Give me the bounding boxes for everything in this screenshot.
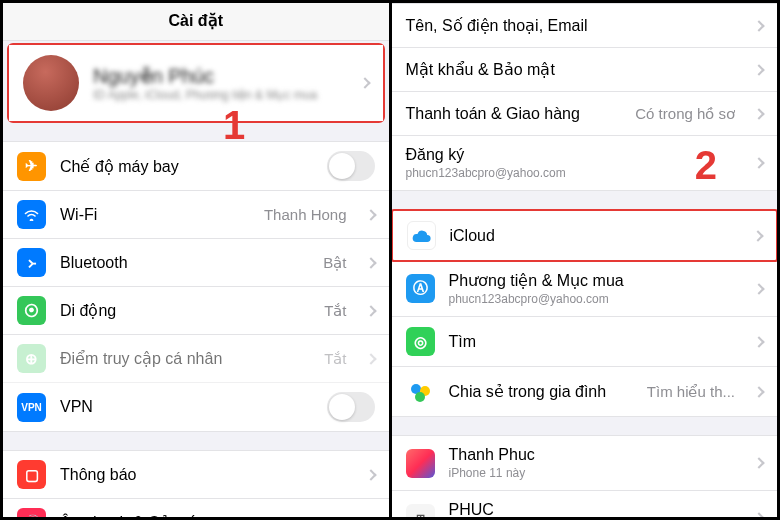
apple-id-row[interactable]: Nguyễn Phúc ID Apple, iCloud, Phương tiệ… xyxy=(9,45,383,121)
profile-name: Nguyễn Phúc xyxy=(93,64,341,88)
devices-group: Thanh Phuc iPhone 11 này ⊞ PHUC Windows … xyxy=(392,435,778,517)
row-label: Di động xyxy=(60,301,310,320)
payment-shipping-row[interactable]: Thanh toán & Giao hàng Có trong hồ sơ xyxy=(392,92,778,136)
row-label: Phương tiện & Mục mua xyxy=(449,271,736,290)
chevron-right-icon xyxy=(753,283,764,294)
apple-id-pane-right: 2 Tên, Số điện thoại, Email Mật khẩu & B… xyxy=(392,3,778,517)
row-sub: iPhone 11 này xyxy=(449,466,736,480)
tutorial-frame: Cài đặt Nguyễn Phúc ID Apple, iCloud, Ph… xyxy=(0,0,780,520)
airplane-icon: ✈ xyxy=(17,152,46,181)
step-number-1: 1 xyxy=(223,103,245,148)
profile-text: Nguyễn Phúc ID Apple, iCloud, Phương tiệ… xyxy=(93,64,341,102)
row-sub: phucn123abcpro@yahoo.com xyxy=(406,166,736,180)
row-label: Tên, Số điện thoại, Email xyxy=(406,16,736,35)
chevron-right-icon xyxy=(753,386,764,397)
profile-sub: ID Apple, iCloud, Phương tiện & Mục mua xyxy=(93,88,341,102)
media-purchases-row[interactable]: Ⓐ Phương tiện & Mục mua phucn123abcpro@y… xyxy=(392,261,778,317)
chevron-right-icon xyxy=(752,230,763,241)
vpn-row[interactable]: VPN VPN xyxy=(3,383,389,431)
chevron-right-icon xyxy=(753,512,764,517)
notifications-row[interactable]: ▢ Thông báo xyxy=(3,451,389,499)
family-icon xyxy=(406,377,435,406)
chevron-right-icon xyxy=(365,209,376,220)
row-label: Thanh toán & Giao hàng xyxy=(406,105,622,123)
chevron-right-icon xyxy=(753,157,764,168)
row-label: VPN xyxy=(60,398,313,416)
row-label: Điểm truy cập cá nhân xyxy=(60,349,310,368)
name-phone-email-row[interactable]: Tên, Số điện thoại, Email xyxy=(392,4,778,48)
page-title: Cài đặt xyxy=(3,3,389,41)
antenna-icon: ⦿ xyxy=(17,296,46,325)
highlight-box-1: Nguyễn Phúc ID Apple, iCloud, Phương tiệ… xyxy=(7,43,385,123)
subscriptions-row[interactable]: Đăng ký phucn123abcpro@yahoo.com xyxy=(392,136,778,190)
row-value: Thanh Hong xyxy=(264,206,347,223)
row-value: Có trong hồ sơ xyxy=(635,105,735,123)
chevron-right-icon xyxy=(359,77,370,88)
services-group: iCloud Ⓐ Phương tiện & Mục mua phucn123a… xyxy=(392,209,778,417)
find-my-row[interactable]: ◎ Tìm xyxy=(392,317,778,367)
row-label: Đăng ký xyxy=(406,146,736,164)
settings-group-system: ▢ Thông báo 🔊 Âm thanh & Cảm ứng ☾ Không… xyxy=(3,450,389,517)
chevron-right-icon xyxy=(365,353,376,364)
chevron-right-icon xyxy=(753,20,764,31)
speaker-icon: 🔊 xyxy=(17,508,46,517)
row-label: Thông báo xyxy=(60,466,347,484)
row-value: Tìm hiểu th... xyxy=(647,383,735,401)
password-security-row[interactable]: Mật khẩu & Bảo mật xyxy=(392,48,778,92)
row-label: iCloud xyxy=(450,227,735,245)
row-sub: phucn123abcpro@yahoo.com xyxy=(449,292,736,306)
hotspot-icon: ⊕ xyxy=(17,344,46,373)
row-label: Wi-Fi xyxy=(60,206,250,224)
row-value: Tắt xyxy=(324,302,346,320)
row-label: Mật khẩu & Bảo mật xyxy=(406,60,736,79)
icloud-row[interactable]: iCloud xyxy=(392,209,778,262)
settings-pane-left: Cài đặt Nguyễn Phúc ID Apple, iCloud, Ph… xyxy=(3,3,392,517)
chevron-right-icon xyxy=(753,457,764,468)
chevron-right-icon xyxy=(753,64,764,75)
avatar xyxy=(23,55,79,111)
family-sharing-row[interactable]: Chia sẻ trong gia đình Tìm hiểu th... xyxy=(392,367,778,416)
chevron-right-icon xyxy=(753,108,764,119)
airplane-mode-row[interactable]: ✈ Chế độ máy bay xyxy=(3,142,389,191)
vpn-icon: VPN xyxy=(17,393,46,422)
row-label: Thanh Phuc xyxy=(449,446,736,464)
row-label: PHUC xyxy=(449,501,736,517)
row-label: Tìm xyxy=(449,333,736,351)
chevron-right-icon xyxy=(365,469,376,480)
chevron-right-icon xyxy=(365,257,376,268)
iphone-icon xyxy=(406,449,435,478)
findmy-icon: ◎ xyxy=(406,327,435,356)
chevron-right-icon xyxy=(365,305,376,316)
step-number-2: 2 xyxy=(695,143,717,188)
bluetooth-icon: ᚛ xyxy=(17,248,46,277)
sounds-row[interactable]: 🔊 Âm thanh & Cảm ứng xyxy=(3,499,389,517)
windows-icon: ⊞ xyxy=(406,504,435,518)
wifi-icon xyxy=(17,200,46,229)
bluetooth-row[interactable]: ᚛ Bluetooth Bật xyxy=(3,239,389,287)
appstore-icon: Ⓐ xyxy=(406,274,435,303)
row-label: Chia sẻ trong gia đình xyxy=(449,382,633,401)
cellular-row[interactable]: ⦿ Di động Tắt xyxy=(3,287,389,335)
vpn-toggle[interactable] xyxy=(327,392,375,422)
row-value: Tắt xyxy=(324,350,346,368)
row-value: Bật xyxy=(323,254,346,272)
bell-icon: ▢ xyxy=(17,460,46,489)
wifi-row[interactable]: Wi-Fi Thanh Hong xyxy=(3,191,389,239)
hotspot-row[interactable]: ⊕ Điểm truy cập cá nhân Tắt xyxy=(3,335,389,383)
airplane-toggle[interactable] xyxy=(327,151,375,181)
row-label: Chế độ máy bay xyxy=(60,157,313,176)
cloud-icon xyxy=(407,221,436,250)
account-group: Tên, Số điện thoại, Email Mật khẩu & Bảo… xyxy=(392,3,778,191)
device-iphone-row[interactable]: Thanh Phuc iPhone 11 này xyxy=(392,436,778,491)
device-windows-row[interactable]: ⊞ PHUC Windows xyxy=(392,491,778,517)
row-label: Âm thanh & Cảm ứng xyxy=(60,513,347,517)
chevron-right-icon xyxy=(753,336,764,347)
settings-group-connectivity: ✈ Chế độ máy bay Wi-Fi Thanh Hong ᚛ Blue… xyxy=(3,141,389,432)
row-label: Bluetooth xyxy=(60,254,309,272)
